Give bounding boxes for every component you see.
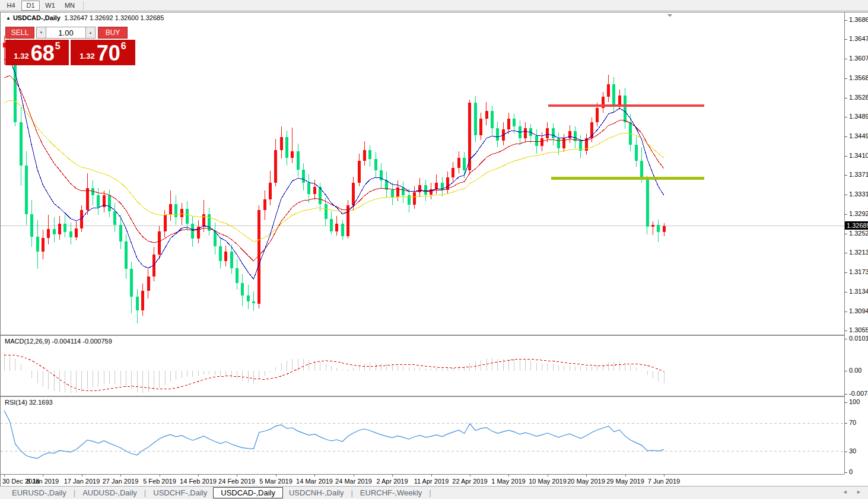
time-axis-label: 24 Feb 2019 <box>218 478 255 485</box>
time-axis-label: 20 May 2019 <box>567 478 605 485</box>
timeframe-button-mn[interactable]: MN <box>61 1 79 11</box>
time-tick <box>508 475 509 476</box>
time-axis[interactable]: 30 Dec 20188 Jan 201917 Jan 201927 Jan 2… <box>1 474 844 487</box>
tab-divider: | <box>351 488 352 497</box>
sell-price-main: 68 <box>31 43 55 63</box>
sell-price-prefix: 1.32 <box>14 52 28 61</box>
buy-price-prefix: 1.32 <box>80 52 94 61</box>
axis-tick <box>845 234 847 234</box>
axis-tick <box>845 330 847 331</box>
chart-tab-usdcnh[interactable]: USDCNH-,Daily <box>283 488 349 498</box>
price-axis[interactable]: 1.368601.364701.360701.356801.352801.348… <box>844 12 868 474</box>
rsi-indicator-pane[interactable]: RSI(14) 32.1693 <box>1 397 844 474</box>
axis-tick <box>845 394 847 395</box>
time-axis-label: 24 Mar 2019 <box>335 478 372 485</box>
chart-tab-eurchf[interactable]: EURCHF-,Weekly <box>354 488 428 498</box>
chart-tab-usdchf[interactable]: USDCHF-,Daily <box>147 488 213 498</box>
time-tick <box>43 475 43 476</box>
time-tick <box>431 475 432 476</box>
price-axis-label: 1.31340 <box>849 288 868 295</box>
price-axis-label: 1.32920 <box>849 210 868 217</box>
price-axis-label: 1.30550 <box>849 326 868 333</box>
sell-price-pipette: 5 <box>55 41 61 52</box>
time-axis-label: 1 May 2019 <box>491 478 525 485</box>
timeframe-button-w1[interactable]: W1 <box>41 1 59 11</box>
rsi-canvas[interactable] <box>1 397 844 474</box>
macd-canvas[interactable] <box>1 336 844 396</box>
sell-price-display[interactable]: 1.32685 <box>5 40 69 65</box>
axis-tick <box>845 312 847 312</box>
rsi-label: RSI(14) 32.1693 <box>5 399 53 406</box>
time-axis-label: 8 Jan 2019 <box>27 478 59 485</box>
rsi-axis-label: 30 <box>849 447 856 454</box>
axis-tick <box>845 423 847 424</box>
price-axis-label: 1.35280 <box>849 94 868 101</box>
macd-axis-label: 0.00 <box>849 367 861 374</box>
axis-tick <box>845 39 847 40</box>
tab-scroll-arrows[interactable]: ◄ ► <box>842 489 865 495</box>
volume-decrease-button[interactable]: ▼ <box>36 27 46 39</box>
macd-histogram <box>4 354 664 393</box>
time-axis-label: 10 May 2019 <box>529 478 567 485</box>
timeframe-button-d1[interactable]: D1 <box>21 1 40 11</box>
tab-divider: | <box>429 488 431 497</box>
time-axis-label: 14 Mar 2019 <box>296 478 333 485</box>
chart-symbol-label: USDCAD-,Daily <box>13 14 61 21</box>
buy-price-main: 70 <box>97 43 120 63</box>
axis-tick <box>845 20 847 21</box>
time-tick <box>314 475 315 476</box>
price-axis-label: 1.33710 <box>849 171 868 178</box>
rsi-axis-label: 0 <box>849 468 853 475</box>
time-tick <box>237 475 237 476</box>
time-axis-label: 14 Feb 2019 <box>180 478 217 485</box>
time-axis-label: 2 Apr 2019 <box>376 478 408 485</box>
chart-shift-marker-icon[interactable] <box>667 14 672 17</box>
period-toolbar: H4D1W1MN <box>0 0 868 11</box>
axis-tick <box>845 339 847 339</box>
sell-button[interactable]: SELL <box>5 27 34 39</box>
timeframe-button-h4[interactable]: H4 <box>2 1 20 11</box>
buy-button[interactable]: BUY <box>98 27 128 39</box>
time-tick <box>625 475 626 476</box>
axis-tick <box>845 136 847 137</box>
chart-tab-usdcad[interactable]: USDCAD-,Daily <box>213 487 283 498</box>
chart-ohlc-values: 1.32647 1.32692 1.32600 1.32685 <box>64 14 164 21</box>
volume-input[interactable] <box>46 27 85 39</box>
time-tick <box>586 475 587 476</box>
chart-title: ▲USDCAD-,Daily 1.32647 1.32692 1.32600 1… <box>6 14 164 21</box>
price-axis-label: 1.35680 <box>849 74 868 81</box>
axis-tick <box>845 175 847 176</box>
time-tick <box>664 475 664 476</box>
chart-tab-eurusd[interactable]: EURUSD-,Daily <box>6 488 72 498</box>
time-axis-label: 5 Feb 2019 <box>143 478 176 485</box>
tab-divider: | <box>74 488 75 497</box>
one-click-trading-panel: SELL ▼ ▲ BUY 1.32685 1.32706 <box>5 27 135 65</box>
buy-price-display[interactable]: 1.32706 <box>71 40 135 65</box>
time-axis-label: 11 Apr 2019 <box>414 478 449 485</box>
time-axis-label: 27 Jan 2019 <box>103 478 139 485</box>
axis-tick <box>845 195 847 195</box>
time-axis-label: 7 Jun 2019 <box>648 478 680 485</box>
chart-tab-bar: EURUSD-,Daily|AUDUSD-,Daily|USDCHF-,Dail… <box>0 486 868 499</box>
moving-average-mid <box>4 76 664 261</box>
time-tick <box>392 475 393 476</box>
price-axis-label: 1.34490 <box>849 132 868 139</box>
axis-tick <box>845 78 847 79</box>
price-axis-label: 1.36070 <box>849 55 868 62</box>
price-axis-label: 1.36860 <box>849 16 868 23</box>
price-axis-label: 1.31730 <box>849 268 868 275</box>
time-tick <box>4 475 5 476</box>
axis-tick <box>845 452 847 452</box>
volume-increase-button[interactable]: ▲ <box>85 27 96 39</box>
macd-indicator-pane[interactable]: MACD(12,26,9) -0.004114 -0.000759 <box>1 336 844 396</box>
price-axis-label: 1.34890 <box>849 113 868 120</box>
chart-tab-audusd[interactable]: AUDUSD-,Daily <box>77 488 143 498</box>
collapse-panel-icon[interactable]: ▲ <box>6 15 11 21</box>
macd-label: MACD(12,26,9) -0.004114 -0.000759 <box>5 338 112 345</box>
main-chart-pane[interactable]: ▲USDCAD-,Daily 1.32647 1.32692 1.32600 1… <box>1 12 844 335</box>
axis-tick <box>845 156 847 157</box>
time-tick <box>82 475 82 476</box>
macd-signal-line <box>4 355 664 390</box>
axis-tick <box>845 272 847 273</box>
price-axis-label: 1.36470 <box>849 35 868 42</box>
